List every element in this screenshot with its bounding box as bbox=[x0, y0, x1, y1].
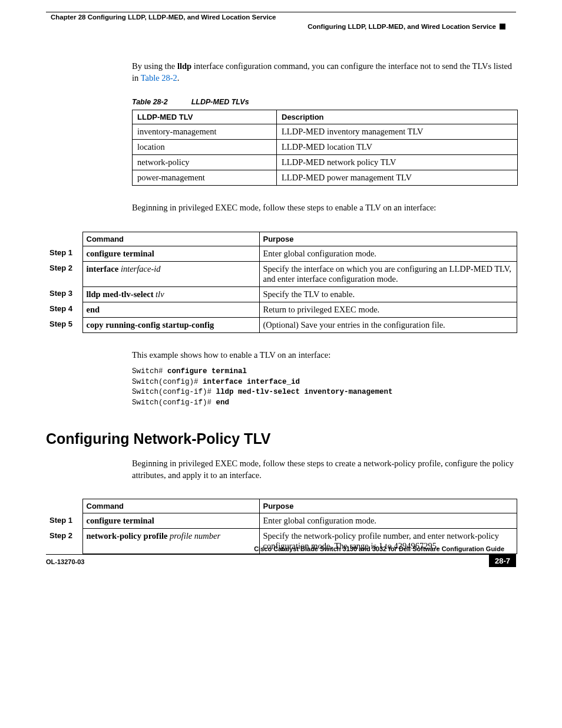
paragraph: Beginning in privileged EXEC mode, follo… bbox=[132, 458, 516, 481]
table-row: location LLDP-MED location TLV bbox=[133, 140, 518, 155]
header-section-row: Configuring LLDP, LLDP-MED, and Wired Lo… bbox=[46, 23, 516, 30]
cmd-arg: tlv bbox=[156, 289, 164, 299]
table-row: Step 1 configure terminal Enter global c… bbox=[46, 246, 517, 261]
table-caption: Table 28-2LLDP-MED TLVs bbox=[132, 98, 516, 106]
cmd: copy running-config startup-config bbox=[87, 320, 214, 330]
table-row: Step 1 configure terminal Enter global c… bbox=[46, 513, 517, 529]
cell: LLDP-MED network policy TLV bbox=[277, 155, 518, 170]
code-text: Switch(config-if)# bbox=[132, 388, 216, 396]
purpose-cell: (Optional) Save your entries in the conf… bbox=[259, 317, 517, 332]
code-bold: interface interface_id bbox=[203, 378, 300, 386]
table-link[interactable]: Table 28-2 bbox=[141, 73, 177, 83]
table-row: Step 3 lldp med-tlv-select tlv Specify t… bbox=[46, 286, 517, 302]
table-row: inventory-management LLDP-MED inventory … bbox=[133, 124, 518, 140]
steps-table-1: Command Purpose Step 1 configure termina… bbox=[46, 232, 517, 333]
cmd: lldp med-tlv-select bbox=[87, 289, 156, 299]
header-chapter-row: Chapter 28 Configuring LLDP, LLDP-MED, a… bbox=[46, 12, 516, 21]
cmd-arg: interface-id bbox=[121, 264, 161, 274]
code-text: Switch(config-if)# bbox=[132, 398, 216, 407]
col-header: Purpose bbox=[259, 499, 517, 513]
code-example: Switch# configure terminal Switch(config… bbox=[132, 367, 516, 408]
table-header-row: Command Purpose bbox=[46, 232, 517, 246]
step-label: Step 2 bbox=[46, 261, 82, 286]
col-header: Command bbox=[82, 232, 259, 246]
table-row: Step 4 end Return to privileged EXEC mod… bbox=[46, 302, 517, 317]
cmd: configure terminal bbox=[87, 516, 154, 525]
step-label: Step 1 bbox=[46, 246, 82, 261]
col-header bbox=[46, 232, 82, 246]
intro-paragraph: By using the lldp interface configuratio… bbox=[132, 61, 516, 84]
table-row: power-management LLDP-MED power manageme… bbox=[133, 170, 518, 186]
step-label: Step 3 bbox=[46, 286, 82, 302]
col-header: LLDP-MED TLV bbox=[133, 110, 277, 124]
purpose-cell: Specify the TLV to enable. bbox=[259, 286, 517, 302]
table-header-row: Command Purpose bbox=[46, 499, 517, 513]
purpose-cell: Specify the interface on which you are c… bbox=[259, 261, 517, 286]
section-heading: Configuring Network-Policy TLV bbox=[46, 430, 516, 447]
content-body: By using the lldp interface configuratio… bbox=[46, 61, 516, 554]
caption-number: Table 28-2 bbox=[132, 98, 168, 106]
command-cell: copy running-config startup-config bbox=[82, 317, 259, 332]
text: . bbox=[177, 73, 180, 83]
cell: LLDP-MED location TLV bbox=[277, 140, 518, 155]
page-number: 28-7 bbox=[489, 555, 516, 567]
caption-title: LLDP-MED TLVs bbox=[191, 98, 249, 106]
doc-number: OL-13270-03 bbox=[46, 558, 84, 565]
cmd: configure terminal bbox=[87, 249, 154, 258]
cell: inventory-management bbox=[133, 124, 277, 140]
step-label: Step 5 bbox=[46, 317, 82, 332]
command-cell: lldp med-tlv-select tlv bbox=[82, 286, 259, 302]
paragraph: Beginning in privileged EXEC mode, follo… bbox=[132, 202, 516, 214]
document-page: Chapter 28 Configuring LLDP, LLDP-MED, a… bbox=[0, 0, 562, 578]
code-bold: lldp med-tlv-select inventory-management bbox=[216, 388, 393, 396]
step-label: Step 1 bbox=[46, 513, 82, 529]
cmd: network-policy profile bbox=[87, 531, 170, 541]
table-row: network-policy LLDP-MED network policy T… bbox=[133, 155, 518, 170]
tlv-table: LLDP-MED TLV Description inventory-manag… bbox=[132, 110, 518, 186]
purpose-cell: Enter global configuration mode. bbox=[259, 246, 517, 261]
inline-command: lldp bbox=[177, 61, 191, 71]
text: By using the bbox=[132, 61, 177, 71]
footer-bottom: OL-13270-03 28-7 bbox=[46, 556, 516, 567]
cell: network-policy bbox=[133, 155, 277, 170]
command-cell: interface interface-id bbox=[82, 261, 259, 286]
cmd-arg: profile number bbox=[170, 531, 220, 541]
col-header: Command bbox=[82, 499, 259, 513]
footer-title: Cisco Catalyst Blade Switch 3130 and 303… bbox=[46, 545, 516, 555]
code-text: Switch# bbox=[132, 367, 167, 375]
page-footer: Cisco Catalyst Blade Switch 3130 and 303… bbox=[46, 545, 516, 567]
cell: power-management bbox=[133, 170, 277, 186]
chapter-label: Chapter 28 Configuring LLDP, LLDP-MED, a… bbox=[51, 14, 276, 21]
cell: location bbox=[133, 140, 277, 155]
code-text: Switch(config)# bbox=[132, 378, 203, 386]
purpose-cell: Enter global configuration mode. bbox=[259, 513, 517, 529]
cmd: interface bbox=[87, 264, 121, 274]
table-row: Step 5 copy running-config startup-confi… bbox=[46, 317, 517, 332]
cell: LLDP-MED inventory management TLV bbox=[277, 124, 518, 140]
table-header-row: LLDP-MED TLV Description bbox=[133, 110, 518, 124]
col-header: Description bbox=[277, 110, 518, 124]
command-cell: configure terminal bbox=[82, 246, 259, 261]
section-label: Configuring LLDP, LLDP-MED, and Wired Lo… bbox=[308, 23, 505, 30]
table-row: Step 2 interface interface-id Specify th… bbox=[46, 261, 517, 286]
example-intro: This example shows how to enable a TLV o… bbox=[132, 350, 516, 361]
cell: LLDP-MED power management TLV bbox=[277, 170, 518, 186]
step-label: Step 4 bbox=[46, 302, 82, 317]
purpose-cell: Return to privileged EXEC mode. bbox=[259, 302, 517, 317]
cmd: end bbox=[87, 305, 100, 314]
command-cell: end bbox=[82, 302, 259, 317]
code-bold: end bbox=[216, 398, 230, 407]
code-bold: configure terminal bbox=[167, 367, 247, 375]
col-header: Purpose bbox=[259, 232, 517, 246]
col-header bbox=[46, 499, 82, 513]
command-cell: configure terminal bbox=[82, 513, 259, 529]
